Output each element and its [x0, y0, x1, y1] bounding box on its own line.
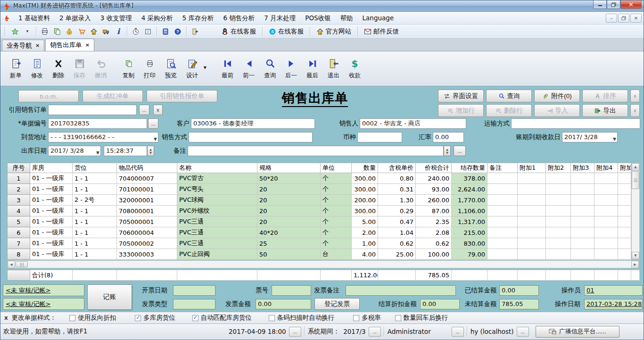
cell[interactable]: PVC三通 [177, 216, 257, 227]
option-2[interactable]: 自动匹配库房货位 [192, 314, 252, 322]
calculator-icon[interactable] [159, 26, 172, 37]
cell[interactable]: 01 - 一级库 [30, 227, 73, 238]
cell[interactable] [546, 195, 571, 206]
undo-button[interactable]: 撤消 [90, 54, 111, 84]
column-header-2[interactable]: 货位 [73, 163, 117, 173]
settled-field[interactable]: 0.00 [499, 285, 539, 296]
remark-browse-button[interactable]: ... [454, 146, 466, 156]
chevron-down-button[interactable]: ∨ [630, 104, 640, 117]
cell[interactable]: 个 [321, 206, 352, 216]
row-number[interactable]: 3 [8, 195, 30, 206]
invoice-remark-field[interactable] [346, 285, 456, 296]
modify-button[interactable]: 修改 [26, 54, 48, 84]
discount-field[interactable]: 0.00 [420, 299, 460, 309]
column-header-14[interactable]: 附加3 [571, 163, 594, 173]
ref-order-input[interactable] [48, 105, 137, 115]
logout-icon[interactable] [189, 26, 201, 37]
cell[interactable]: 93.00 [416, 184, 452, 195]
cell[interactable] [594, 184, 618, 195]
cell[interactable]: 01 - 一级库 [30, 216, 73, 227]
cell[interactable] [487, 195, 518, 206]
cell[interactable] [571, 238, 594, 249]
cell[interactable]: 704000007 [117, 173, 177, 184]
invoice-amount-field[interactable]: 0.00 [256, 299, 311, 309]
cell[interactable]: 50*20 [257, 173, 321, 184]
rate-input[interactable]: 0.00 [433, 132, 464, 142]
column-header-11[interactable]: 备注 [487, 163, 518, 173]
cell[interactable]: 25.00 [378, 249, 416, 260]
cell[interactable] [571, 173, 594, 184]
cell[interactable]: 705000002 [117, 238, 177, 249]
horizontal-scrollbar[interactable]: ◀ ▶ [7, 260, 639, 268]
cell[interactable]: PVC三通 [177, 227, 257, 238]
cell[interactable]: 个 [321, 184, 352, 195]
checkbox-1[interactable] [135, 315, 141, 321]
cell[interactable]: PVC弯头 [177, 184, 257, 195]
cell[interactable]: 0.62 [416, 238, 452, 249]
cell[interactable] [518, 195, 546, 206]
cell[interactable] [546, 249, 571, 260]
column-header-0[interactable]: 序号 [8, 163, 30, 173]
cell[interactable] [518, 238, 546, 249]
last-button[interactable]: 最后 [302, 54, 323, 84]
scroll-up-icon[interactable]: ▲ [632, 163, 639, 171]
cell[interactable]: 701000001 [117, 184, 177, 195]
option-1[interactable]: 多库房货位 [135, 314, 175, 322]
cell[interactable]: 200.00 [352, 195, 378, 206]
design-button[interactable]: 设计▼ [182, 54, 203, 84]
cell[interactable] [487, 206, 518, 216]
menu-item-6[interactable]: 6 销售分析 [218, 12, 259, 24]
cell[interactable]: 2 - 2号 [73, 195, 117, 206]
home-icon[interactable] [88, 26, 100, 37]
broadcast-button[interactable]: 广播信息平台...... [536, 326, 619, 338]
cell[interactable]: 1,317.00 [452, 216, 487, 227]
out-time-input[interactable]: 15:28:37 [104, 146, 147, 156]
cell[interactable]: 个 [321, 173, 352, 184]
cell[interactable]: 0.80 [378, 173, 416, 184]
checkbox-2[interactable] [192, 315, 198, 321]
cell[interactable]: 708000001 [117, 206, 177, 216]
remark-spinner[interactable]: ▲▼ [444, 146, 451, 156]
checkbox-3[interactable] [269, 315, 275, 321]
restore-button[interactable] [607, 0, 620, 9]
row-number[interactable]: 1 [8, 173, 30, 184]
option-3[interactable]: 条码扫描时自动换行 [269, 314, 335, 322]
scroll-left-icon[interactable]: ◀ [8, 261, 15, 268]
cell[interactable]: 个 [321, 216, 352, 227]
help-icon[interactable]: ? [172, 26, 184, 37]
cell[interactable] [594, 227, 618, 238]
cell[interactable] [594, 238, 618, 249]
cell[interactable]: 20 [257, 184, 321, 195]
cell[interactable]: 0.31 [378, 184, 416, 195]
vertical-scroll-thumb[interactable] [632, 171, 639, 189]
cell[interactable]: 1.04 [378, 227, 416, 238]
cell[interactable]: 01 - 一级库 [30, 206, 73, 216]
export-button[interactable]: 导出 [582, 104, 628, 117]
mdi-close-button[interactable]: ✕ [630, 14, 642, 23]
cell[interactable] [618, 238, 631, 249]
minimize-button[interactable] [593, 0, 607, 9]
cell[interactable] [518, 216, 546, 227]
cell[interactable] [518, 206, 546, 216]
cell[interactable]: 215.00 [452, 227, 487, 238]
cell[interactable] [571, 249, 594, 260]
cell[interactable] [618, 216, 631, 227]
red-reverse-button[interactable]: 生成红冲单 [83, 90, 143, 102]
cell[interactable] [618, 249, 631, 260]
option-0[interactable]: 使用反向折扣 [69, 314, 116, 322]
cell[interactable]: 320000001 [117, 195, 177, 206]
cell[interactable]: 个 [321, 195, 352, 206]
cell[interactable]: 0.47 [378, 216, 416, 227]
row-number[interactable]: 8 [8, 249, 30, 260]
scroll-right-icon[interactable]: ▶ [631, 261, 639, 268]
cell[interactable]: 87.00 [416, 206, 452, 216]
cell[interactable]: 25 [257, 238, 321, 249]
chevron-up-button[interactable]: ∧ [630, 90, 640, 102]
close-button[interactable]: ✕ [620, 0, 642, 9]
copy-button[interactable]: 复制 [118, 54, 139, 84]
row-number[interactable]: 4 [8, 206, 30, 216]
quick-link-qq[interactable]: 在线客服 [217, 26, 260, 37]
cell[interactable]: PVC三通 [177, 238, 257, 249]
copy-icon[interactable] [51, 26, 63, 37]
cell[interactable] [518, 173, 546, 184]
